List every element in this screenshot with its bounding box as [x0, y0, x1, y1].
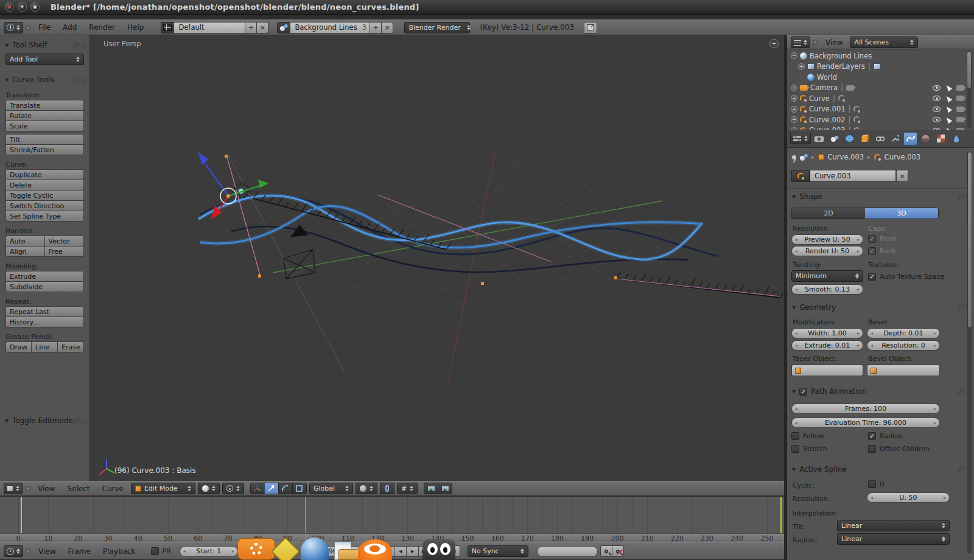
panel-toggle-editmode-header[interactable]: ▼Toggle Editmode — [0, 415, 90, 427]
tab-object-data[interactable] — [903, 132, 917, 145]
unlink-datablock-button[interactable]: × — [896, 170, 908, 182]
tool-button-translate[interactable]: Translate — [5, 100, 84, 111]
tool-button-rotate[interactable]: Rotate — [5, 110, 84, 121]
render-u-field[interactable]: ◂Render U: 50▸ — [791, 246, 863, 256]
outliner-scrollbar[interactable] — [967, 51, 972, 128]
menu-timeline-playback[interactable]: Playback — [98, 547, 141, 556]
timeline-region[interactable]: 0102030405060708090100110120130140150160… — [0, 496, 784, 542]
pin-icon[interactable] — [792, 155, 796, 159]
taper-object-field[interactable] — [791, 365, 863, 376]
selectability-cursor-icon[interactable] — [945, 84, 952, 92]
outliner-row-curve-001[interactable]: +Curve.001| — [787, 104, 974, 115]
panel-grip-icon[interactable] — [74, 418, 87, 424]
tool-button-switch-direction[interactable]: Switch Direction — [5, 200, 84, 211]
menu-select[interactable]: Select — [62, 485, 94, 493]
preview-range-checkbox[interactable] — [151, 547, 159, 555]
properties-region-expand-icon[interactable]: + — [769, 39, 779, 48]
outliner-item-label[interactable]: Curve.002 — [809, 116, 846, 124]
panel-grip-icon[interactable] — [73, 77, 86, 83]
render-opengl-button[interactable] — [424, 483, 438, 494]
dock-icon-openshot[interactable] — [237, 538, 275, 560]
evaluation-time-field[interactable]: ◂Evaluation Time: 96.000▸ — [791, 418, 940, 428]
outliner-scrollbar-thumb[interactable] — [967, 51, 972, 89]
twist-smooth-field[interactable]: ◂Smooth: 0.13▸ — [791, 284, 863, 295]
tab-physics[interactable] — [949, 132, 963, 145]
properties-scrollbar[interactable] — [967, 152, 972, 553]
expand-icon[interactable]: + — [791, 116, 797, 123]
window-maximize-button[interactable]: ▪ — [30, 2, 40, 12]
header-collapse-dot[interactable] — [26, 548, 31, 554]
play-reverse-button[interactable]: ◀ — [394, 546, 407, 557]
editor-type-button-view3d[interactable] — [4, 483, 23, 494]
manipulator-y-axis[interactable] — [228, 186, 261, 196]
outliner-row-curve-002[interactable]: +Curve.002| — [787, 114, 974, 125]
snap-element-selector[interactable]: # — [397, 483, 418, 494]
tool-button-auto[interactable]: Auto — [5, 236, 45, 247]
menu-timeline-view[interactable]: View — [33, 547, 60, 556]
outliner-row-curve[interactable]: +Curve| — [787, 93, 974, 104]
pivot-point-selector[interactable] — [222, 483, 244, 494]
header-collapse-dot[interactable] — [25, 486, 30, 491]
panel-tool-shelf-header[interactable]: ▼Tool Shelf — [0, 39, 89, 51]
delete-scene-button[interactable]: × — [381, 22, 393, 33]
offset-children-checkbox[interactable] — [868, 445, 876, 453]
neon-curve-a[interactable] — [198, 195, 702, 259]
tool-button-line[interactable]: Line — [31, 341, 58, 352]
tab-material[interactable] — [919, 132, 933, 145]
viewport-3d[interactable]: User Persp + (96) Curve.003 : Basis — [90, 35, 784, 481]
outliner-row-background-lines[interactable]: −Background Lines — [787, 51, 974, 61]
cyclic-u-checkbox[interactable] — [868, 480, 876, 488]
renderability-camera-icon[interactable] — [956, 117, 964, 122]
selectability-cursor-icon[interactable] — [945, 116, 952, 124]
outliner-item-label[interactable]: Camera — [810, 83, 838, 92]
tab-constraints[interactable] — [873, 132, 887, 145]
panel-active-spline-header[interactable]: ▼Active Spline — [787, 463, 974, 475]
twist-method-selector[interactable]: Minimum — [791, 270, 863, 282]
panel-curve-tools-header[interactable]: ▼Curve Tools — [0, 74, 89, 86]
editor-type-button-info[interactable]: i — [4, 22, 23, 33]
visibility-eye-icon[interactable] — [933, 117, 941, 122]
delete-keyframe-button[interactable] — [612, 545, 624, 557]
tool-button-extrude[interactable]: Extrude — [5, 271, 84, 282]
menu-outliner-view[interactable]: View — [821, 38, 847, 47]
selectability-cursor-icon[interactable] — [945, 94, 952, 102]
tool-button-align[interactable]: Align — [5, 246, 45, 257]
tool-button-shrink-fatten[interactable]: Shrink/Fatten — [5, 144, 84, 155]
sync-mode-selector[interactable]: No Sync — [468, 545, 528, 557]
outliner-row-renderlayers[interactable]: +RenderLayers| — [787, 61, 974, 72]
outliner-item-label[interactable]: Curve.001 — [809, 105, 846, 113]
tool-button-subdivide[interactable]: Subdivide — [5, 281, 84, 292]
add-layout-button[interactable]: + — [245, 22, 257, 33]
panel-geometry-header[interactable]: ▼Geometry — [787, 301, 974, 313]
window-minimize-button[interactable]: ▾ — [18, 2, 27, 12]
panel-path-animation-header[interactable]: ▼✓Path Animation — [787, 385, 974, 397]
collapse-icon[interactable]: − — [791, 52, 797, 59]
snap-toggle-button[interactable] — [380, 483, 394, 494]
tool-button-erase[interactable]: Erase — [57, 341, 84, 352]
renderability-camera-icon[interactable] — [956, 96, 964, 101]
start-frame-field[interactable]: ◂Start: 1▸ — [180, 546, 238, 557]
toggle-3d-button[interactable]: 3D — [865, 208, 938, 219]
datablock-name-field[interactable]: Curve.003 — [810, 170, 896, 181]
renderability-camera-icon[interactable] — [956, 85, 964, 91]
properties-scrollbar-thumb[interactable] — [967, 152, 972, 328]
visibility-eye-icon[interactable] — [933, 107, 941, 112]
renderability-camera-icon[interactable] — [956, 107, 964, 112]
tool-button-tilt[interactable]: Tilt — [5, 134, 84, 145]
selectability-cursor-icon[interactable] — [945, 105, 952, 113]
tool-button-repeat-last[interactable]: Repeat Last — [5, 306, 84, 317]
tilt-interpolation-selector[interactable]: Linear — [837, 520, 950, 531]
manipulator-center-dot[interactable] — [226, 194, 230, 198]
play-button[interactable]: ▶ — [406, 546, 419, 557]
add-scene-button[interactable]: + — [370, 22, 382, 33]
keying-set-field[interactable] — [537, 546, 598, 557]
radius-checkbox[interactable]: ✓ — [868, 432, 876, 440]
mode-selector[interactable]: Edit Mode — [131, 483, 195, 494]
viewport-shading-selector[interactable] — [198, 483, 220, 494]
render-engine-selector[interactable]: Blender Render — [404, 22, 470, 33]
width-field[interactable]: ◂Width: 1.00▸ — [791, 328, 863, 338]
breadcrumb-data-name[interactable]: Curve.003 — [885, 153, 921, 161]
frames-field[interactable]: ◂Frames: 100▸ — [791, 404, 940, 414]
toggle-2d-button[interactable]: 2D — [792, 208, 865, 219]
tab-texture[interactable] — [934, 132, 948, 145]
